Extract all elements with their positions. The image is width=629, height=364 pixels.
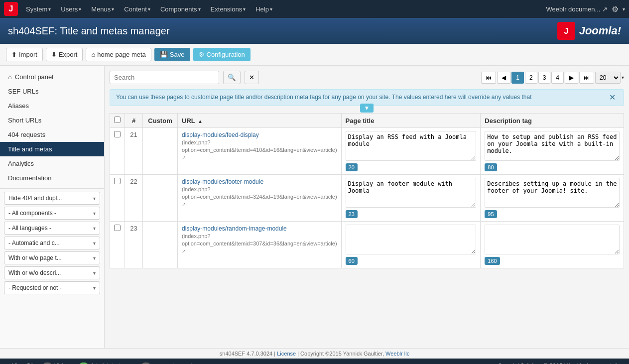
save-icon: 💾	[160, 51, 168, 58]
filter-requested-or-not-button[interactable]: - Requested or not - ▾	[4, 281, 100, 294]
nav-users[interactable]: Users▾	[57, 3, 85, 15]
sidebar-item-sef-urls[interactable]: SEF URLs	[0, 84, 104, 99]
sidebar-item-short-urls[interactable]: Short URLs	[0, 113, 104, 127]
url-link[interactable]: display-modules/footer-module	[182, 178, 263, 185]
sidebar-item-analytics[interactable]: Analytics	[0, 156, 104, 171]
pagination-next-button[interactable]: ▶	[565, 72, 578, 84]
sidebar-item-404-requests[interactable]: 404 requests	[0, 127, 104, 142]
search-clear-button[interactable]: ✕	[245, 71, 259, 84]
nav-content[interactable]: Content▾	[120, 3, 154, 15]
page-title-textarea[interactable]	[346, 178, 477, 208]
info-toggle-button[interactable]: ▼	[360, 104, 374, 113]
info-banner-close-button[interactable]: ✕	[607, 94, 618, 102]
per-page-caret: ▾	[622, 75, 624, 80]
import-icon: ⬆	[11, 51, 17, 58]
sidebar-divider	[0, 188, 104, 189]
row-checkbox[interactable]	[114, 178, 121, 184]
row-custom-cell	[143, 128, 178, 175]
filter-automatic-button[interactable]: - Automatic and c... ▾	[4, 237, 100, 249]
page-title-textarea[interactable]	[346, 225, 477, 254]
row-desc-cell: 160	[481, 222, 624, 268]
weeblr-link[interactable]: Weeblr llc	[385, 351, 409, 357]
page-title-textarea[interactable]: <span data-bind="table.rows.0.page_title…	[346, 131, 477, 161]
row-page-title-cell: 23	[341, 175, 481, 222]
chevron-down-icon: ▾	[93, 196, 96, 201]
nav-menus[interactable]: Menus▾	[87, 3, 118, 15]
search-icon: 🔍	[228, 74, 236, 81]
sidebar-item-documentation[interactable]: Documentation	[0, 171, 104, 185]
weeblr-doc-link[interactable]: Weeblr documen... ↗	[546, 5, 608, 13]
header-bar: sh404SEF: Title and metas manager J Joom…	[0, 18, 629, 44]
toolbar: ⬆ Import ⬇ Export ⌂ home page meta 💾 Sav…	[0, 44, 629, 66]
nav-help[interactable]: Help▾	[252, 3, 276, 15]
search-button[interactable]: 🔍	[223, 71, 241, 84]
row-checkbox-cell	[110, 128, 125, 175]
sidebar-item-aliases[interactable]: Aliases	[0, 99, 104, 113]
url-full: (index.php?option=com_content&Itemid=324…	[182, 186, 337, 200]
page-title-char-count-button[interactable]: 23	[346, 210, 358, 218]
url-full: (index.php?option=com_content&Itemid=307…	[182, 233, 337, 246]
pagination-page-3-button[interactable]: 3	[538, 72, 551, 84]
desc-textarea[interactable]	[485, 225, 620, 254]
filter-all-components-button[interactable]: - All components - ▾	[4, 207, 100, 220]
table-header-url[interactable]: URL ▲	[178, 114, 342, 128]
per-page-select[interactable]: 20 50 100	[595, 72, 621, 84]
configuration-button[interactable]: ⚙ Configuration	[193, 48, 251, 61]
settings-icon[interactable]: ⚙	[612, 4, 619, 14]
desc-textarea[interactable]	[485, 178, 620, 208]
filter-with-descri-button[interactable]: With or w/o descri... ▾	[4, 266, 100, 279]
pagination-page-1-button[interactable]: 1	[511, 72, 524, 84]
desc-char-count-button[interactable]: 160	[485, 257, 500, 265]
export-button[interactable]: ⬇ Export	[46, 48, 83, 61]
home-page-meta-button[interactable]: ⌂ home page meta	[86, 48, 151, 61]
table-header-description-tag[interactable]: Description tag	[481, 114, 624, 128]
chevron-down-icon: ▾	[93, 270, 96, 276]
joomla-brand: J Joomla!	[557, 22, 621, 40]
pagination-last-button[interactable]: ⏭	[579, 72, 594, 84]
row-num: 22	[125, 175, 143, 222]
row-url-cell: display-modules/random-image-module (ind…	[178, 222, 342, 268]
table-header-checkbox	[110, 114, 125, 128]
table-row: 22 display-modules/footer-module (index.…	[110, 175, 624, 222]
info-banner-text: You can use these pages to customize pag…	[116, 94, 532, 101]
sidebar-item-control-panel[interactable]: ⌂ Control panel	[0, 70, 104, 84]
joomla-logo-letter: J	[9, 4, 13, 13]
pagination-prev-button[interactable]: ◀	[497, 72, 510, 84]
filter-hide-404-button[interactable]: Hide 404 and dupl... ▾	[4, 192, 100, 205]
footer-text: sh404SEF 4.7.0.3024 |	[220, 351, 277, 357]
chevron-down-icon: ▾	[93, 241, 96, 246]
nav-system[interactable]: System▾	[22, 3, 55, 15]
table-header-custom[interactable]: Custom	[143, 114, 178, 128]
row-desc-cell: 95	[481, 175, 624, 222]
row-desc-cell: 80	[481, 128, 624, 175]
desc-char-count-button[interactable]: 80	[485, 163, 497, 171]
filter-with-page-title-button[interactable]: With or w/o page t... ▾	[4, 251, 100, 264]
page-title: sh404SEF: Title and metas manager	[8, 25, 170, 37]
row-checkbox[interactable]	[114, 225, 121, 231]
pagination-page-2-button[interactable]: 2	[525, 72, 537, 84]
import-button[interactable]: ⬆ Import	[6, 48, 43, 61]
nav-components[interactable]: Components▾	[156, 3, 205, 15]
chevron-down-icon: ▾	[93, 285, 96, 291]
sidebar-item-title-metas[interactable]: Title and metas	[0, 142, 104, 156]
row-checkbox[interactable]	[114, 131, 121, 137]
url-link[interactable]: display-modules/feed-display	[182, 131, 259, 138]
pagination-page-4-button[interactable]: 4	[551, 72, 564, 84]
search-input[interactable]	[110, 71, 219, 84]
filter-all-languages-button[interactable]: - All languages - ▾	[4, 222, 100, 235]
license-link[interactable]: License	[277, 351, 296, 357]
pagination-first-button[interactable]: ⏮	[481, 72, 496, 84]
desc-textarea[interactable]	[485, 131, 620, 161]
page-title-char-count-button[interactable]: 60	[346, 257, 358, 265]
footer-copyright: | Copyright ©2015 Yannick Gaultier,	[297, 351, 385, 357]
save-button[interactable]: 💾 Save	[154, 48, 190, 61]
nav-extensions[interactable]: Extensions▾	[207, 3, 250, 15]
joomla-brand-text: Joomla!	[579, 24, 621, 37]
select-all-checkbox[interactable]	[114, 117, 121, 123]
content-area: 🔍 ✕ ⏮ ◀ 1 2 3 4 ▶ ⏭	[105, 66, 629, 348]
url-link[interactable]: display-modules/random-image-module	[182, 225, 287, 232]
page-title-char-count-button[interactable]: 20	[346, 163, 358, 171]
table-header-page-title[interactable]: Page title	[341, 114, 481, 128]
row-num: 21	[125, 128, 143, 175]
desc-char-count-button[interactable]: 95	[485, 210, 497, 218]
